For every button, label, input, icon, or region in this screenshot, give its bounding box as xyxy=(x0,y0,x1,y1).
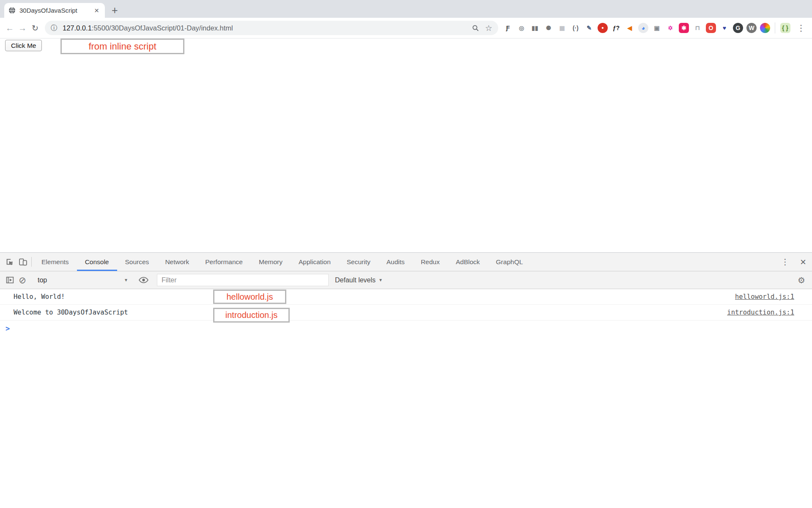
extension-glyph: G xyxy=(733,23,743,33)
json-braces-extension-icon[interactable]: { } xyxy=(775,22,791,33)
extension-glyph: Ƒ xyxy=(503,23,513,33)
font-script-extension-icon[interactable]: Ƒ xyxy=(502,22,513,33)
reload-button[interactable]: ↻ xyxy=(29,24,41,32)
corner-tool-extension-icon[interactable]: ⊓ xyxy=(692,22,703,33)
devtools-menu-kebab-icon[interactable]: ⋮ xyxy=(776,257,794,267)
extension-glyph: ◕ xyxy=(638,23,648,33)
javascript-context-select[interactable]: top ▼ xyxy=(33,276,133,284)
devtools-tab[interactable]: Audits xyxy=(379,253,413,271)
browser-toolbar: ← → ↻ ⓘ 127.0.0.1:5500/30DaysOfJavaScrip… xyxy=(0,18,812,38)
console-prompt[interactable]: > xyxy=(0,320,812,336)
annotation-label-box: introduction.js xyxy=(213,308,290,323)
extensions-bar: Ƒ ◎ ▮▮ ⚈ ▦ (·) ✎ • ƒ? ◀ ◕ ▣ xyxy=(502,22,791,33)
hexagram-extension-icon[interactable]: ✡ xyxy=(665,22,676,33)
onetab-extension-icon[interactable]: ◕ xyxy=(638,22,649,33)
tab-title: 30DaysOfJavaScript xyxy=(19,7,93,14)
devtools-tab[interactable]: Performance xyxy=(197,253,251,271)
devtools-tab[interactable]: Redux xyxy=(413,253,448,271)
tab-close-icon[interactable]: × xyxy=(93,6,101,15)
url-host: 127.0.0.1 xyxy=(63,24,92,32)
console-log-row: Welcome to 30DaysOfJavaScript introducti… xyxy=(0,305,812,320)
devtools-controls: ⋮ × xyxy=(772,253,812,271)
console-output: Hello, World! helloworld.js:1 Welcome to… xyxy=(0,289,812,508)
columns-extension-icon[interactable]: ▮▮ xyxy=(529,22,540,33)
console-log-text: Welcome to 30DaysOfJavaScript xyxy=(14,309,128,316)
g-circle-extension-icon[interactable]: G xyxy=(732,22,743,33)
clear-console-icon[interactable]: ⊘ xyxy=(16,275,29,285)
devtools-tab[interactable]: Elements xyxy=(33,253,77,271)
new-tab-button[interactable]: + xyxy=(112,5,118,16)
extension-glyph: ⊓ xyxy=(692,23,702,33)
eyedropper-extension-icon[interactable]: ✎ xyxy=(584,22,595,33)
extension-glyph: ▦ xyxy=(557,23,567,33)
devtools-tab[interactable]: Console xyxy=(77,253,117,271)
click-me-button[interactable]: Click Me xyxy=(5,40,42,51)
devtools-tab[interactable]: Sources xyxy=(117,253,157,271)
devtools-tab[interactable]: Application xyxy=(291,253,339,271)
camera-extension-icon[interactable]: ▣ xyxy=(651,22,662,33)
page-info-icon[interactable]: ⓘ xyxy=(51,24,58,33)
zoom-page-icon[interactable] xyxy=(472,25,479,32)
devtools-tabs: ElementsConsoleSourcesNetworkPerformance… xyxy=(33,253,531,271)
back-button[interactable]: ← xyxy=(3,24,16,32)
devtools-tab[interactable]: Network xyxy=(157,253,197,271)
url-text[interactable]: 127.0.0.1:5500/30DaysOfJavaScript/01-Day… xyxy=(63,24,233,32)
chevron-down-icon: ▼ xyxy=(379,278,383,282)
browser-menu-kebab-icon[interactable]: ⋮ xyxy=(795,23,807,33)
console-log-text: Hello, World! xyxy=(14,293,65,301)
console-messages: Hello, World! helloworld.js:1 Welcome to… xyxy=(0,289,812,320)
grid-extension-icon[interactable]: ▦ xyxy=(557,22,568,33)
extension-glyph: W xyxy=(746,23,757,33)
extension-glyph: O xyxy=(706,23,716,33)
bookmark-star-icon[interactable]: ☆ xyxy=(485,23,492,33)
settings-gear-icon[interactable]: ⚙ xyxy=(795,275,808,285)
devtools-tab[interactable]: GraphQL xyxy=(488,253,531,271)
live-expression-eye-icon[interactable] xyxy=(137,277,150,283)
target-extension-icon[interactable]: ◎ xyxy=(516,22,527,33)
log-levels-label: Default levels xyxy=(335,276,376,284)
fn-question-extension-icon[interactable]: ƒ? xyxy=(611,22,622,33)
devtools-tab[interactable]: AdBlock xyxy=(448,253,488,271)
prompt-chevron-icon: > xyxy=(5,324,10,333)
web-page-viewport: Click Me from inline script xyxy=(0,38,812,252)
globe-favicon-icon xyxy=(8,7,16,14)
devtools-tab[interactable]: Memory xyxy=(251,253,291,271)
browser-tab[interactable]: 30DaysOfJavaScript × xyxy=(4,3,105,18)
context-label: top xyxy=(38,276,47,284)
address-bar[interactable]: ⓘ 127.0.0.1:5500/30DaysOfJavaScript/01-D… xyxy=(45,21,498,35)
extension-glyph: ◀ xyxy=(625,23,635,33)
console-filter-input[interactable] xyxy=(157,274,329,286)
extension-glyph: ▣ xyxy=(652,23,662,33)
console-sidebar-icon[interactable] xyxy=(3,276,16,284)
devtools-panel: ElementsConsoleSourcesNetworkPerformance… xyxy=(0,252,812,508)
extension-glyph: ✱ xyxy=(679,23,689,33)
extension-glyph: ƒ? xyxy=(611,23,621,33)
forward-button[interactable]: → xyxy=(16,24,29,32)
source-location-link[interactable]: helloworld.js:1 xyxy=(735,293,794,301)
code-brackets-extension-icon[interactable]: (·) xyxy=(570,22,581,33)
red-o-extension-icon[interactable]: O xyxy=(705,22,716,33)
inspect-element-icon[interactable] xyxy=(3,253,16,271)
extension-glyph: (·) xyxy=(571,23,581,33)
devtools-tab[interactable]: Security xyxy=(339,253,379,271)
log-levels-select[interactable]: Default levels ▼ xyxy=(335,276,383,284)
heart-search-extension-icon[interactable]: ♥ xyxy=(719,22,730,33)
stop-hand-extension-icon[interactable]: • xyxy=(597,22,608,33)
extension-glyph: ▮▮ xyxy=(530,23,540,33)
console-toolbar: ⊘ top ▼ Default levels ▼ ⚙ xyxy=(0,271,812,289)
bug-extension-icon[interactable]: ⚈ xyxy=(543,22,554,33)
divider xyxy=(31,257,32,267)
w-circle-extension-icon[interactable]: W xyxy=(746,22,757,33)
extension-glyph: ◎ xyxy=(516,23,527,33)
megaphone-extension-icon[interactable]: ◀ xyxy=(624,22,635,33)
extension-glyph: { } xyxy=(780,23,790,33)
devtools-tab-bar: ElementsConsoleSourcesNetworkPerformance… xyxy=(0,253,812,271)
extension-glyph: ✎ xyxy=(584,23,594,33)
rainbow-circle-extension-icon[interactable] xyxy=(760,22,771,33)
extension-glyph: • xyxy=(598,23,608,33)
pink-badge-extension-icon[interactable]: ✱ xyxy=(678,22,689,33)
device-toolbar-icon[interactable] xyxy=(16,253,30,271)
devtools-close-icon[interactable]: × xyxy=(794,257,812,267)
url-path: :5500/30DaysOfJavaScript/01-Day/index.ht… xyxy=(92,24,233,32)
source-location-link[interactable]: introduction.js:1 xyxy=(727,309,794,316)
